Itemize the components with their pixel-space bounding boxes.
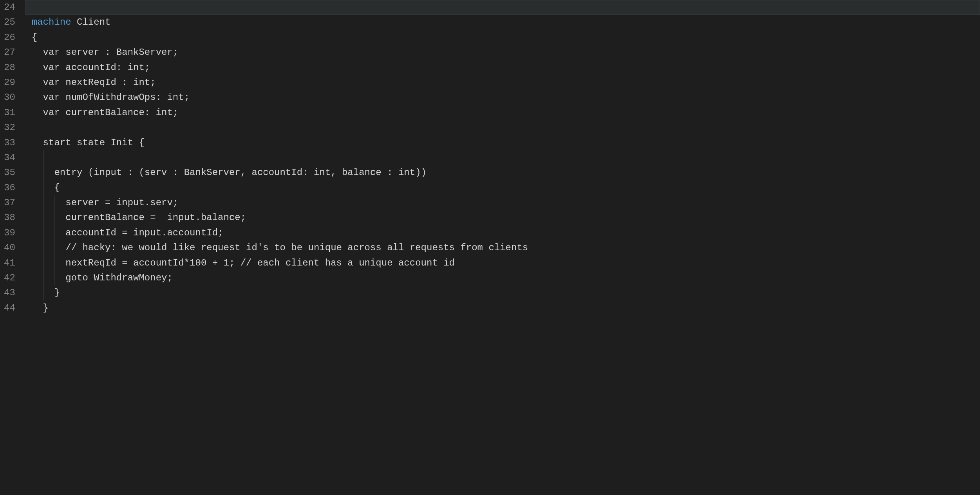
code-text: start state Init { (32, 137, 145, 148)
code-line[interactable]: var accountId: int; (25, 60, 980, 75)
code-line[interactable]: { (25, 30, 980, 45)
indent-guide (32, 120, 32, 135)
line-number: 36 (4, 181, 15, 195)
line-number: 32 (4, 120, 15, 135)
line-number: 25 (4, 15, 15, 30)
code-line[interactable]: accountId = input.accountId; (25, 226, 980, 240)
line-number: 28 (4, 60, 15, 75)
code-line[interactable]: var currentBalance: int; (25, 105, 980, 120)
indent-guide (32, 150, 32, 165)
code-line[interactable] (25, 120, 980, 135)
line-number: 43 (4, 285, 15, 300)
code-line[interactable]: { (25, 181, 980, 195)
code-line[interactable]: server = input.serv; (25, 195, 980, 210)
line-number: 39 (4, 226, 15, 240)
code-line[interactable]: } (25, 301, 980, 316)
line-number: 33 (4, 135, 15, 150)
code-text: // hacky: we would like request id's to … (32, 242, 528, 253)
code-line[interactable]: var nextReqId : int; (25, 75, 980, 90)
code-text: entry (input : (serv : BankServer, accou… (32, 167, 427, 178)
line-number: 24 (4, 0, 15, 15)
line-number: 37 (4, 195, 15, 210)
line-number-gutter: 2425262728293031323334353637383940414243… (0, 0, 25, 495)
line-number: 31 (4, 105, 15, 120)
code-text: machine Client (32, 17, 111, 27)
code-text: { (32, 182, 60, 193)
code-text: accountId = input.accountId; (32, 228, 224, 238)
code-editor[interactable]: 2425262728293031323334353637383940414243… (0, 0, 980, 495)
code-line[interactable]: // hacky: we would like request id's to … (25, 240, 980, 255)
code-line[interactable]: } (25, 285, 980, 300)
line-number: 42 (4, 271, 15, 285)
code-line[interactable]: goto WithdrawMoney; (25, 271, 980, 285)
code-line[interactable]: nextReqId = accountId*100 + 1; // each c… (25, 256, 980, 271)
code-line[interactable]: start state Init { (25, 135, 980, 150)
code-text: } (32, 303, 49, 313)
code-line[interactable]: entry (input : (serv : BankServer, accou… (25, 165, 980, 180)
code-text: var nextReqId : int; (32, 77, 156, 88)
code-text: var server : BankServer; (32, 47, 178, 58)
code-line[interactable]: currentBalance = input.balance; (25, 210, 980, 225)
code-area[interactable]: machine Client{ var server : BankServer;… (25, 0, 980, 495)
code-line[interactable] (25, 0, 980, 15)
code-text: server = input.serv; (32, 197, 178, 208)
code-text: { (32, 32, 37, 43)
code-text: } (32, 287, 60, 298)
line-number: 41 (4, 256, 15, 271)
code-line[interactable] (25, 150, 980, 165)
line-number: 40 (4, 240, 15, 255)
code-line[interactable]: var server : BankServer; (25, 45, 980, 60)
line-number: 30 (4, 90, 15, 105)
line-number: 38 (4, 210, 15, 225)
code-text: var accountId: int; (32, 62, 150, 73)
code-text: currentBalance = input.balance; (32, 212, 246, 223)
line-number: 44 (4, 301, 15, 316)
code-text: var currentBalance: int; (32, 107, 178, 118)
line-number: 29 (4, 75, 15, 90)
line-number: 35 (4, 165, 15, 180)
line-number: 27 (4, 45, 15, 60)
code-text: nextReqId = accountId*100 + 1; // each c… (32, 258, 455, 268)
line-number: 34 (4, 150, 15, 165)
code-line[interactable]: machine Client (25, 15, 980, 30)
code-text: var numOfWithdrawOps: int; (32, 92, 190, 103)
code-text: goto WithdrawMoney; (32, 273, 173, 283)
indent-guide (43, 150, 43, 165)
code-line[interactable]: var numOfWithdrawOps: int; (25, 90, 980, 105)
line-number: 26 (4, 30, 15, 45)
